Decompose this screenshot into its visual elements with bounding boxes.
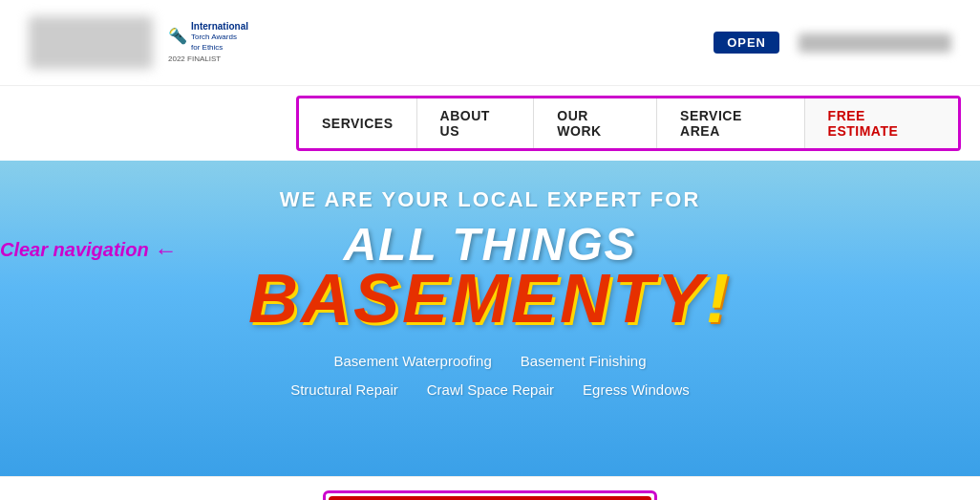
bbb-for-ethics: for Ethics <box>191 43 248 53</box>
service-basement-waterproofing: Basement Waterproofing <box>333 347 491 376</box>
services-row-2: Structural Repair Crawl Space Repair Egr… <box>290 376 690 404</box>
basementy-text: BASEMENTY! <box>248 268 732 330</box>
nav-item-free-estimate[interactable]: FREE ESTIMATE <box>805 98 958 148</box>
hero-section: WE ARE YOUR LOCAL EXPERT FOR ALL THINGS … <box>0 161 980 476</box>
exclamation-mark: ! <box>706 260 732 337</box>
service-egress-windows: Egress Windows <box>583 376 690 404</box>
service-structural-repair: Structural Repair <box>290 376 398 404</box>
nav-item-our-work[interactable]: OUR WORK <box>534 98 657 148</box>
open-badge: OPEN <box>714 32 779 54</box>
service-crawl-space-repair: Crawl Space Repair <box>427 376 554 404</box>
navigation-bar: SERVICES ABOUT US OUR WORK SERVICE AREA … <box>296 96 961 151</box>
services-list: Basement Waterproofing Basement Finishin… <box>290 347 690 404</box>
cta-section: CTA ← Contact us for a Free Quote <box>0 476 980 500</box>
cta-button[interactable]: Contact us for a Free Quote <box>329 496 650 500</box>
phone-number <box>799 33 951 53</box>
header: 🔦 International Torch Awards for Ethics … <box>0 0 980 86</box>
services-row-1: Basement Waterproofing Basement Finishin… <box>290 347 690 376</box>
company-logo <box>29 16 153 69</box>
nav-item-about-us[interactable]: ABOUT US <box>417 98 535 148</box>
bbb-finalist: 2022 FINALIST <box>168 54 221 64</box>
main-content: Clear navigation ← SERVICES ABOUT US OUR… <box>0 86 980 500</box>
bbb-international: International <box>191 20 248 33</box>
header-right: OPEN <box>714 32 951 54</box>
navigation-section: Clear navigation ← SERVICES ABOUT US OUR… <box>0 86 980 161</box>
hero-main-text: ALL THINGS BASEMENTY! <box>248 222 732 330</box>
nav-annotation: Clear navigation ← <box>0 237 178 264</box>
nav-item-services[interactable]: SERVICES <box>299 98 417 148</box>
bbb-torch-awards: Torch Awards <box>191 33 248 42</box>
torch-icon: 🔦 <box>168 27 187 47</box>
nav-annotation-text: Clear navigation <box>0 239 149 261</box>
basementy-word: BASEMENTY <box>248 260 706 337</box>
nav-item-service-area[interactable]: SERVICE AREA <box>657 98 805 148</box>
hero-subtitle: WE ARE YOUR LOCAL EXPERT FOR <box>280 187 701 212</box>
logo-area: 🔦 International Torch Awards for Ethics … <box>29 16 248 69</box>
bbb-badge: 🔦 International Torch Awards for Ethics … <box>168 20 248 64</box>
nav-annotation-arrow: ← <box>155 237 178 264</box>
service-basement-finishing: Basement Finishing <box>521 347 647 376</box>
cta-button-wrapper: Contact us for a Free Quote <box>323 490 656 500</box>
